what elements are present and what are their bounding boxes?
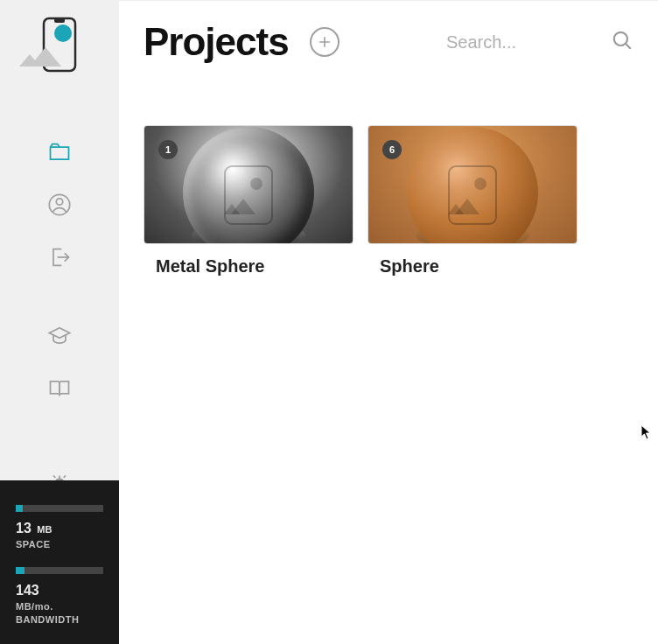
nav-learn[interactable] xyxy=(42,318,77,354)
header: Projects xyxy=(144,20,634,64)
nav-projects[interactable] xyxy=(42,135,77,170)
usage-space-bar xyxy=(16,505,103,512)
usage-panel: 13 MB SPACE 143 MB/mo. BANDWIDTH xyxy=(0,480,119,644)
add-project-button[interactable] xyxy=(310,27,340,57)
usage-bandwidth-bar xyxy=(16,567,103,574)
svg-rect-1 xyxy=(54,18,65,23)
nav-docs[interactable] xyxy=(42,371,77,406)
usage-bandwidth-value: 143 xyxy=(16,583,39,598)
main: Projects 1 xyxy=(119,0,658,644)
usage-bandwidth-unit: MB/mo. xyxy=(16,601,103,612)
search-input[interactable] xyxy=(446,32,604,52)
usage-space-label: SPACE xyxy=(16,539,103,550)
project-badge: 1 xyxy=(158,140,178,159)
usage-space-value: 13 xyxy=(16,521,32,536)
usage-bandwidth: 143 MB/mo. BANDWIDTH xyxy=(16,567,103,625)
project-title: Metal Sphere xyxy=(144,256,354,276)
nav-account[interactable] xyxy=(42,187,77,222)
search-icon[interactable] xyxy=(611,29,634,55)
project-title: Sphere xyxy=(368,256,578,276)
project-card[interactable]: 1 Metal Sphere xyxy=(144,125,354,276)
svg-point-3 xyxy=(56,199,62,205)
project-thumbnail: 1 xyxy=(144,125,354,244)
page-title: Projects xyxy=(144,20,289,64)
sidebar: 13 MB SPACE 143 MB/mo. BANDWIDTH xyxy=(0,0,119,644)
project-card[interactable]: 6 Sphere xyxy=(368,125,578,276)
project-thumbnail: 6 xyxy=(368,125,578,244)
nav-logout[interactable] xyxy=(42,240,77,275)
usage-bandwidth-label: BANDWIDTH xyxy=(16,614,103,625)
svg-point-8 xyxy=(614,32,627,46)
search xyxy=(446,29,634,55)
usage-space-unit: MB xyxy=(37,524,52,535)
project-grid: 1 Metal Sphere 6 xyxy=(144,125,634,276)
project-badge: 6 xyxy=(382,140,402,159)
usage-space: 13 MB SPACE xyxy=(16,505,103,550)
app-logo[interactable] xyxy=(35,16,84,74)
